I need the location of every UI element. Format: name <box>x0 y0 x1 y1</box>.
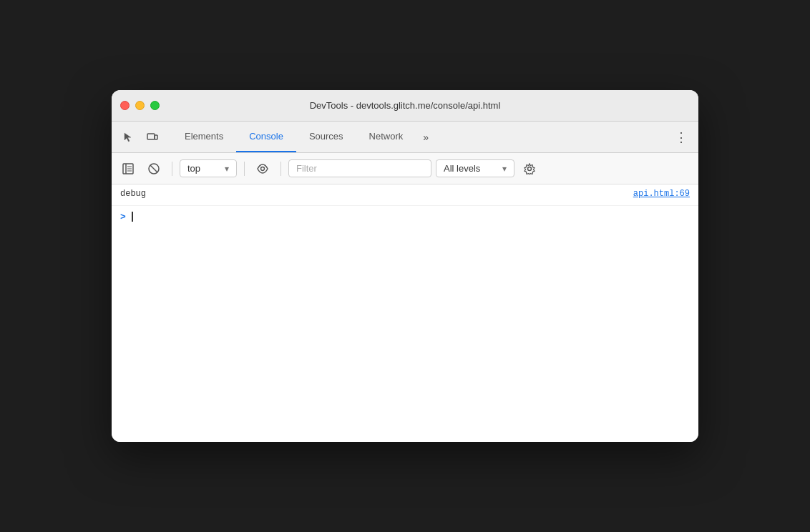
svg-point-10 <box>528 167 532 170</box>
tab-sources[interactable]: Sources <box>296 122 356 152</box>
sidebar-icon <box>122 163 134 174</box>
tabs-overflow-button[interactable]: » <box>416 122 436 152</box>
devtools-window: DevTools - devtools.glitch.me/console/ap… <box>112 90 698 442</box>
devtools-more-button[interactable]: ⋮ <box>671 127 691 147</box>
toolbar-separator-2 <box>244 162 245 176</box>
tab-bar: Elements Console Sources Network » ⋮ <box>112 122 698 153</box>
filter-input[interactable] <box>288 159 431 177</box>
console-input-row[interactable]: > <box>112 206 698 227</box>
device-toolbar-button[interactable] <box>142 127 163 148</box>
close-button[interactable] <box>120 101 130 110</box>
clear-console-button[interactable] <box>143 158 165 179</box>
console-row: debug api.html:69 <box>112 184 698 206</box>
console-toolbar: top ▾ All levels ▾ <box>112 153 698 184</box>
console-cursor <box>132 212 133 222</box>
show-sidebar-button[interactable] <box>117 158 139 179</box>
console-area: debug api.html:69 > <box>112 184 698 442</box>
clear-icon <box>148 163 160 174</box>
tab-bar-end: ⋮ <box>664 122 698 152</box>
traffic-lights <box>120 101 160 110</box>
maximize-button[interactable] <box>150 101 160 110</box>
tabs: Elements Console Sources Network » <box>172 122 664 152</box>
tab-bar-icons <box>117 122 172 152</box>
svg-rect-0 <box>147 134 155 139</box>
console-message: debug <box>120 189 633 199</box>
device-icon <box>146 131 159 144</box>
cursor-icon <box>122 131 135 144</box>
console-settings-button[interactable] <box>519 158 540 179</box>
inspect-element-button[interactable] <box>117 127 139 148</box>
tab-console[interactable]: Console <box>236 122 296 152</box>
console-source-link[interactable]: api.html:69 <box>633 189 690 199</box>
eye-icon <box>256 164 269 174</box>
title-bar: DevTools - devtools.glitch.me/console/ap… <box>112 90 698 122</box>
toolbar-separator-1 <box>172 162 172 176</box>
console-prompt-icon[interactable]: > <box>120 212 126 222</box>
toolbar-separator-3 <box>280 162 281 176</box>
gear-icon <box>524 163 535 174</box>
svg-point-9 <box>261 167 265 170</box>
context-selector[interactable]: top ▾ <box>180 159 237 177</box>
tab-elements[interactable]: Elements <box>172 122 236 152</box>
tab-network[interactable]: Network <box>356 122 416 152</box>
svg-line-8 <box>150 165 157 172</box>
log-level-selector[interactable]: All levels ▾ <box>436 159 514 177</box>
minimize-button[interactable] <box>135 101 145 110</box>
live-expressions-button[interactable] <box>252 158 273 179</box>
svg-rect-1 <box>155 135 157 139</box>
window-title: DevTools - devtools.glitch.me/console/ap… <box>310 100 501 111</box>
